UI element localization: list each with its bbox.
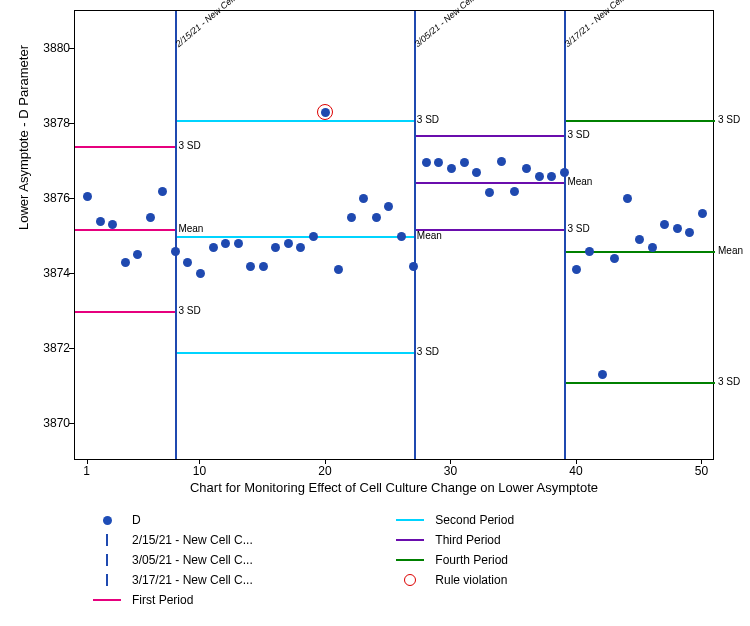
legend-item-event-1: 3/05/21 - New Cell C... bbox=[90, 550, 390, 570]
data-point bbox=[246, 262, 255, 271]
y-tick-label: 3872 bbox=[30, 341, 70, 355]
period-mean-line bbox=[75, 229, 175, 231]
data-point bbox=[209, 243, 218, 252]
data-point bbox=[648, 243, 657, 252]
data-point bbox=[698, 209, 707, 218]
period-sd3_hi-line bbox=[564, 120, 715, 122]
data-point bbox=[96, 217, 105, 226]
data-point bbox=[547, 172, 556, 181]
data-point bbox=[133, 250, 142, 259]
data-point bbox=[183, 258, 192, 267]
y-tick-label: 3876 bbox=[30, 191, 70, 205]
legend-label: 3/05/21 - New Cell C... bbox=[132, 553, 253, 567]
data-point bbox=[660, 220, 669, 229]
data-point bbox=[623, 194, 632, 203]
data-point bbox=[271, 243, 280, 252]
legend-label: 2/15/21 - New Cell C... bbox=[132, 533, 253, 547]
vbar-icon bbox=[106, 534, 108, 546]
legend-label: Fourth Period bbox=[435, 553, 508, 567]
event-line bbox=[564, 11, 566, 459]
period-mean-line bbox=[414, 182, 565, 184]
data-point bbox=[598, 370, 607, 379]
period-sd3_lo-line bbox=[564, 382, 715, 384]
data-point bbox=[447, 164, 456, 173]
period-line-label: 3 SD bbox=[567, 129, 589, 140]
period-sd3_lo-line bbox=[175, 352, 413, 354]
circle-icon bbox=[404, 574, 416, 586]
data-point bbox=[309, 232, 318, 241]
data-point bbox=[296, 243, 305, 252]
y-tick-label: 3880 bbox=[30, 41, 70, 55]
y-tick-label: 3874 bbox=[30, 266, 70, 280]
data-point bbox=[334, 265, 343, 274]
data-point bbox=[572, 265, 581, 274]
data-point bbox=[635, 235, 644, 244]
data-point bbox=[146, 213, 155, 222]
period-line-label: Mean bbox=[178, 223, 203, 234]
event-line bbox=[414, 11, 416, 459]
y-tick-label: 3870 bbox=[30, 416, 70, 430]
x-tick-label: 20 bbox=[310, 464, 340, 478]
period-sd3_hi-line bbox=[414, 135, 565, 137]
x-axis-label: Chart for Monitoring Effect of Cell Cult… bbox=[74, 480, 714, 495]
data-point bbox=[610, 254, 619, 263]
legend-label: Third Period bbox=[435, 533, 500, 547]
vbar-icon bbox=[106, 554, 108, 566]
data-point bbox=[434, 158, 443, 167]
data-point bbox=[673, 224, 682, 233]
data-point bbox=[397, 232, 406, 241]
vbar-icon bbox=[106, 574, 108, 586]
event-label: 3/17/21 - New Cell... bbox=[563, 0, 632, 49]
period-line-label: 3 SD bbox=[718, 376, 740, 387]
data-point bbox=[372, 213, 381, 222]
period-sd3_lo-line bbox=[414, 229, 565, 231]
period-line-label: Mean bbox=[567, 176, 592, 187]
x-tick-label: 50 bbox=[686, 464, 716, 478]
period-line-label: 3 SD bbox=[417, 114, 439, 125]
plot-surface: Mean3 SD3 SDMean3 SD3 SDMean3 SD3 SDMean… bbox=[75, 11, 713, 459]
legend-label: Rule violation bbox=[435, 573, 507, 587]
data-point bbox=[472, 168, 481, 177]
x-tick-label: 1 bbox=[72, 464, 102, 478]
data-point bbox=[158, 187, 167, 196]
legend-item-period-2: Third Period bbox=[393, 530, 693, 550]
data-point bbox=[585, 247, 594, 256]
hline-icon bbox=[396, 559, 424, 561]
period-mean-line bbox=[175, 236, 413, 238]
hline-icon bbox=[93, 599, 121, 601]
x-tick-label: 10 bbox=[184, 464, 214, 478]
data-point bbox=[384, 202, 393, 211]
period-line-label: 3 SD bbox=[567, 223, 589, 234]
legend: D 2/15/21 - New Cell C... 3/05/21 - New … bbox=[90, 510, 710, 610]
data-point bbox=[485, 188, 494, 197]
period-sd3_hi-line bbox=[175, 120, 413, 122]
data-point bbox=[535, 172, 544, 181]
data-point bbox=[234, 239, 243, 248]
data-point bbox=[121, 258, 130, 267]
data-point bbox=[685, 228, 694, 237]
legend-label: Second Period bbox=[435, 513, 514, 527]
legend-label: First Period bbox=[132, 593, 193, 607]
event-label: 3/05/21 - New Cell... bbox=[412, 0, 481, 49]
period-line-label: 3 SD bbox=[178, 140, 200, 151]
period-line-label: 3 SD bbox=[718, 114, 740, 125]
y-axis-label: Lower Asymptote - D Parameter bbox=[16, 45, 31, 230]
period-sd3_lo-line bbox=[75, 311, 175, 313]
legend-item-period-0: First Period bbox=[90, 590, 390, 610]
data-point bbox=[196, 269, 205, 278]
data-point bbox=[497, 157, 506, 166]
y-tick-label: 3878 bbox=[30, 116, 70, 130]
data-point bbox=[422, 158, 431, 167]
legend-item-period-1: Second Period bbox=[393, 510, 693, 530]
data-point bbox=[284, 239, 293, 248]
data-point bbox=[560, 168, 569, 177]
chart-area: Mean3 SD3 SDMean3 SD3 SDMean3 SD3 SDMean… bbox=[74, 10, 714, 460]
period-sd3_hi-line bbox=[75, 146, 175, 148]
legend-item-period-3: Fourth Period bbox=[393, 550, 693, 570]
legend-item-rule: Rule violation bbox=[393, 570, 693, 590]
legend-label: 3/17/21 - New Cell C... bbox=[132, 573, 253, 587]
data-point bbox=[259, 262, 268, 271]
legend-label: D bbox=[132, 513, 141, 527]
data-point bbox=[510, 187, 519, 196]
data-point bbox=[83, 192, 92, 201]
